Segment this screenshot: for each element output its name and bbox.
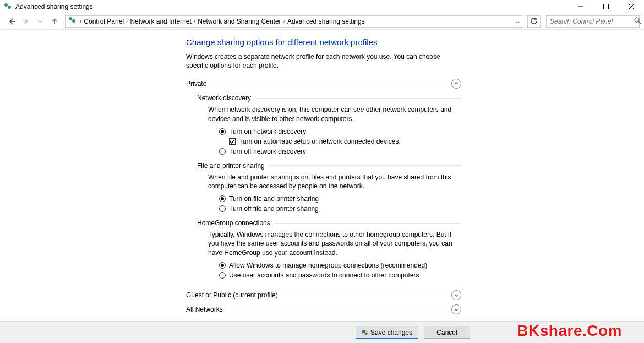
- divider: [227, 309, 447, 309]
- button-label: Cancel: [436, 329, 457, 336]
- svg-point-1: [8, 6, 11, 9]
- content-area: Change sharing options for different net…: [0, 30, 644, 321]
- profile-header-all[interactable]: All Networks: [186, 304, 461, 314]
- back-button[interactable]: [6, 15, 18, 28]
- section-title: Network discovery: [197, 94, 251, 102]
- chevron-down-icon[interactable]: [451, 290, 461, 300]
- breadcrumb-label: Network and Internet: [130, 18, 191, 25]
- section-description: Typically, Windows manages the connectio…: [208, 230, 461, 257]
- checkbox-nd-auto[interactable]: Turn on automatic setup of network conne…: [229, 137, 461, 146]
- radio-hg-allow[interactable]: Allow Windows to manage homegroup connec…: [219, 260, 461, 270]
- address-dropdown[interactable]: ⌄: [513, 18, 522, 24]
- chevron-right-icon[interactable]: ›: [125, 18, 129, 24]
- breadcrumb-label: Advanced sharing settings: [287, 18, 365, 25]
- breadcrumb[interactable]: Network and Sharing Center: [197, 18, 282, 25]
- svg-rect-3: [604, 4, 609, 9]
- divider: [255, 98, 461, 99]
- breadcrumb[interactable]: Advanced sharing settings: [286, 18, 366, 25]
- profile-header-guest[interactable]: Guest or Public (current profile): [186, 290, 461, 300]
- search-icon: [634, 17, 641, 26]
- footer: Save changes Cancel: [0, 321, 644, 343]
- option-label: Turn on file and printer sharing: [229, 194, 319, 204]
- forward-button[interactable]: [20, 15, 32, 28]
- recent-dropdown[interactable]: [34, 15, 46, 28]
- radio-nd-on[interactable]: Turn on network discovery: [219, 127, 461, 137]
- refresh-button[interactable]: [527, 15, 541, 28]
- svg-point-8: [69, 17, 72, 20]
- profile-label: Private: [186, 80, 206, 88]
- chevron-right-icon[interactable]: ›: [282, 18, 286, 24]
- divider: [282, 295, 447, 295]
- option-label: Turn off network discovery: [229, 146, 306, 156]
- chevron-down-icon[interactable]: [451, 304, 461, 314]
- radio-icon: [219, 205, 226, 212]
- profile-header-private[interactable]: Private: [186, 79, 461, 89]
- option-label: Use user accounts and passwords to conne…: [229, 270, 419, 280]
- svg-point-9: [72, 19, 75, 23]
- save-button[interactable]: Save changes: [356, 326, 418, 339]
- radio-icon: [219, 195, 226, 202]
- divider: [211, 84, 447, 84]
- button-label: Save changes: [370, 329, 412, 336]
- titlebar: Advanced sharing settings: [0, 0, 644, 13]
- window-title: Advanced sharing settings: [15, 3, 93, 10]
- section-description: When file and printer sharing is on, fil…: [208, 173, 461, 190]
- option-label: Turn off file and printer sharing: [229, 204, 319, 214]
- minimize-button[interactable]: [568, 0, 593, 13]
- radio-nd-off[interactable]: Turn off network discovery: [219, 146, 461, 156]
- chevron-right-icon[interactable]: ›: [193, 18, 197, 24]
- section-file-printer: File and printer sharing: [197, 162, 461, 170]
- page-description: Windows creates a separate network profi…: [186, 52, 461, 70]
- section-network-discovery: Network discovery: [197, 94, 461, 102]
- up-button[interactable]: [48, 15, 61, 28]
- section-homegroup: HomeGroup connections: [197, 219, 461, 227]
- radio-icon: [219, 128, 226, 135]
- breadcrumb-label: Control Panel: [84, 18, 124, 25]
- option-label: Turn on automatic setup of network conne…: [239, 137, 401, 146]
- close-button[interactable]: [619, 0, 644, 13]
- radio-fp-on[interactable]: Turn on file and printer sharing: [219, 194, 461, 204]
- breadcrumb[interactable]: Network and Internet: [129, 18, 192, 25]
- maximize-button[interactable]: [593, 0, 619, 13]
- radio-icon: [219, 148, 226, 155]
- nav-row: › Control Panel › Network and Internet ›…: [0, 13, 644, 30]
- section-title: File and printer sharing: [197, 162, 265, 170]
- svg-point-0: [4, 3, 8, 7]
- cancel-button[interactable]: Cancel: [424, 326, 470, 339]
- app-icon: [3, 2, 12, 11]
- section-description: When network discovery is on, this compu…: [208, 105, 461, 123]
- option-label: Turn on network discovery: [229, 127, 306, 137]
- radio-hg-user[interactable]: Use user accounts and passwords to conne…: [219, 270, 461, 280]
- svg-point-10: [635, 18, 639, 22]
- breadcrumb-label: Network and Sharing Center: [198, 18, 281, 25]
- option-label: Allow Windows to manage homegroup connec…: [229, 260, 427, 270]
- address-bar[interactable]: › Control Panel › Network and Internet ›…: [65, 15, 523, 28]
- chevron-up-icon[interactable]: [451, 79, 461, 89]
- address-icon: [68, 16, 77, 26]
- shield-icon: [362, 329, 368, 336]
- radio-icon: [219, 262, 226, 269]
- divider: [275, 223, 461, 224]
- radio-icon: [219, 272, 226, 279]
- search-input[interactable]: [549, 17, 634, 26]
- section-title: HomeGroup connections: [197, 219, 270, 227]
- svg-line-11: [638, 21, 641, 24]
- breadcrumb[interactable]: Control Panel: [83, 18, 125, 25]
- checkbox-icon: [229, 138, 236, 145]
- divider: [269, 165, 461, 166]
- chevron-right-icon[interactable]: ›: [79, 18, 83, 24]
- profile-label: All Networks: [186, 306, 223, 313]
- page-title: Change sharing options for different net…: [186, 37, 461, 47]
- radio-fp-off[interactable]: Turn off file and printer sharing: [219, 204, 461, 214]
- search-box[interactable]: [546, 15, 640, 28]
- profile-label: Guest or Public (current profile): [186, 291, 278, 299]
